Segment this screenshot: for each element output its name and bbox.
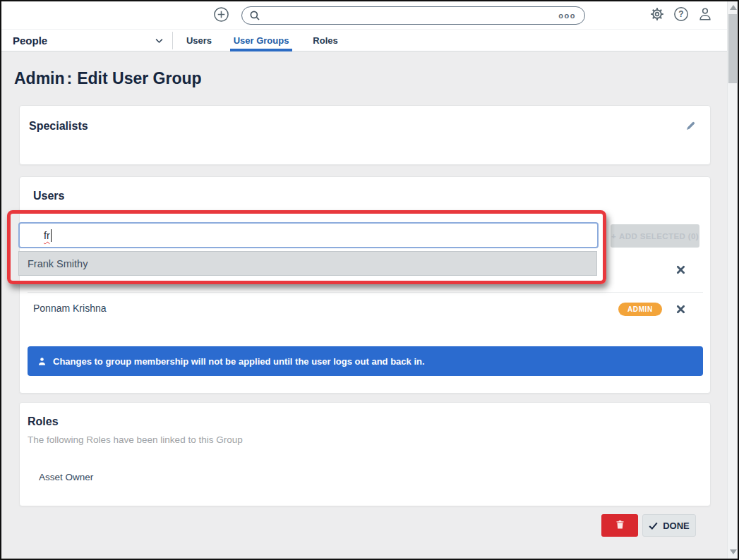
- role-item: Asset Owner: [39, 472, 93, 482]
- settings-button[interactable]: [649, 7, 666, 24]
- edit-group-button[interactable]: [682, 118, 699, 135]
- profile-button[interactable]: [697, 7, 714, 24]
- module-label: People: [13, 35, 47, 47]
- top-bar: ooo: [1, 1, 727, 30]
- gear-icon: [649, 6, 665, 25]
- app-window: ooo: [0, 0, 739, 560]
- tab-users[interactable]: Users: [179, 30, 219, 51]
- plus-icon: +: [611, 232, 616, 241]
- suggestion-item[interactable]: Frank Smithy: [18, 251, 597, 276]
- nav-divider: [172, 32, 173, 49]
- roles-card: Roles The following Roles have been link…: [19, 402, 711, 506]
- global-search-input[interactable]: ooo: [241, 6, 585, 25]
- done-button[interactable]: DONE: [642, 514, 696, 537]
- group-name-card: Specialists: [19, 105, 711, 165]
- vertical-scrollbar[interactable]: [727, 1, 738, 559]
- plus-circle-icon: [213, 6, 229, 25]
- module-select[interactable]: People: [13, 30, 47, 51]
- notice-text: Changes to group membership will not be …: [53, 356, 425, 367]
- help-button[interactable]: ?: [673, 7, 690, 24]
- person-icon: [697, 6, 713, 25]
- svg-text:?: ?: [678, 9, 683, 19]
- membership-notice: Changes to group membership will not be …: [28, 346, 703, 376]
- roles-heading: Roles: [28, 415, 59, 428]
- done-label: DONE: [663, 521, 690, 531]
- person-icon: [37, 357, 47, 366]
- active-tab-indicator: [230, 49, 292, 51]
- users-heading: Users: [33, 190, 64, 202]
- x-icon: [676, 304, 685, 317]
- remove-member-button[interactable]: [675, 305, 686, 316]
- question-circle-icon: ?: [673, 6, 689, 25]
- page-title-main: Edit User Group: [77, 69, 201, 87]
- roles-subtitle: The following Roles have been linked to …: [28, 434, 243, 445]
- chevron-down-icon[interactable]: [154, 35, 164, 49]
- group-name-heading: Specialists: [29, 120, 88, 133]
- x-icon: [676, 264, 685, 277]
- search-icon: [248, 9, 261, 22]
- add-button[interactable]: [212, 7, 229, 24]
- page-title: Admin:Edit User Group: [14, 69, 202, 88]
- more-options-icon[interactable]: ooo: [558, 11, 576, 20]
- pencil-icon: [685, 121, 696, 134]
- scroll-up-arrow-icon[interactable]: [730, 5, 737, 10]
- typed-text: fr: [44, 230, 50, 241]
- scroll-down-arrow-icon[interactable]: [730, 549, 737, 554]
- add-selected-label: ADD SELECTED (0): [619, 232, 699, 241]
- row-divider: [28, 292, 703, 293]
- text-caret: [51, 229, 52, 242]
- add-selected-button[interactable]: + ADD SELECTED (0): [611, 224, 699, 248]
- remove-member-button[interactable]: [675, 265, 686, 276]
- trash-icon: [615, 519, 625, 532]
- annotation-highlight: fr Frank Smithy: [7, 210, 606, 284]
- tab-roles[interactable]: Roles: [306, 30, 344, 51]
- member-name: Ponnam Krishna: [33, 303, 107, 314]
- page-title-prefix: Admin: [14, 69, 65, 87]
- admin-badge: ADMIN: [618, 303, 662, 316]
- users-card: Users + ADD SELECTED (0) Ponnam Krishna …: [19, 176, 711, 394]
- user-search-input[interactable]: fr: [18, 222, 599, 248]
- delete-group-button[interactable]: [601, 514, 638, 537]
- nav-bar: People Users User Groups Roles: [1, 30, 727, 51]
- check-icon: [649, 521, 658, 530]
- page-title-separator: :: [67, 69, 73, 87]
- scrollbar-thumb[interactable]: [728, 14, 737, 83]
